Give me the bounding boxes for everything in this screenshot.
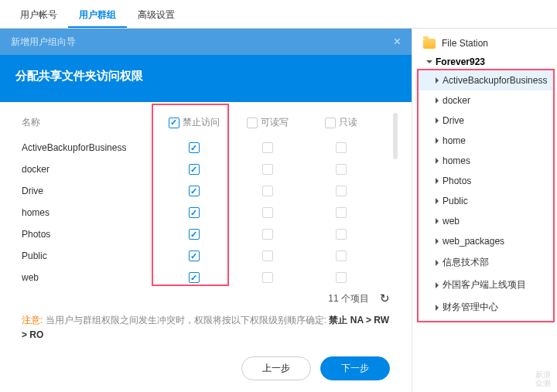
file-station-title: File Station	[442, 38, 488, 49]
chevron-right-icon	[436, 178, 439, 184]
chevron-right-icon	[436, 77, 439, 84]
col-ro: 只读	[339, 116, 357, 129]
table-row: web	[22, 267, 390, 288]
checkbox-ro[interactable]	[336, 207, 347, 218]
chevron-right-icon	[436, 218, 439, 224]
checkbox-rw[interactable]	[262, 251, 273, 261]
col-na: 禁止访问	[183, 116, 220, 129]
chevron-right-icon	[436, 158, 439, 164]
checkbox-rw[interactable]	[262, 272, 273, 283]
checkbox-ro[interactable]	[336, 272, 347, 283]
tree-item[interactable]: 信息技术部	[415, 251, 554, 274]
prev-button[interactable]: 上一步	[241, 356, 311, 380]
tab-advanced[interactable]: 高级设置	[127, 4, 186, 28]
checkbox-ro-all[interactable]	[325, 118, 336, 128]
checkbox-rw[interactable]	[262, 229, 273, 240]
note-text: 当用户与群组权限之间发生冲突时，权限将按以下权限级别顺序确定:	[46, 315, 326, 326]
row-name: Drive	[22, 186, 157, 196]
checkbox-ro[interactable]	[336, 142, 347, 153]
checkbox-na[interactable]	[189, 207, 200, 218]
chevron-right-icon	[436, 305, 439, 311]
checkbox-ro[interactable]	[336, 229, 347, 240]
col-name: 名称	[22, 116, 157, 129]
tree-item[interactable]: Drive	[415, 111, 554, 131]
tab-account[interactable]: 用户帐号	[9, 4, 68, 28]
tree-item[interactable]: 外国客户端上线项目	[415, 274, 554, 296]
watermark: 新浪众测	[535, 370, 551, 387]
row-name: Photos	[22, 229, 157, 240]
tree-item[interactable]: docker	[415, 90, 554, 111]
folder-icon	[423, 39, 436, 49]
checkbox-ro[interactable]	[336, 186, 347, 196]
chevron-right-icon	[436, 238, 439, 244]
row-name: web	[22, 272, 157, 283]
chevron-right-icon	[436, 138, 439, 144]
tree-item[interactable]: home	[415, 131, 554, 151]
table-row: homes	[22, 202, 390, 223]
refresh-icon[interactable]: ↻	[380, 291, 390, 305]
checkbox-rw[interactable]	[262, 164, 273, 175]
checkbox-ro[interactable]	[336, 164, 347, 175]
table-row: docker	[22, 159, 390, 180]
checkbox-na[interactable]	[189, 229, 200, 240]
row-name: ActiveBackupforBusiness	[22, 142, 157, 153]
row-name: docker	[22, 164, 157, 175]
table-row: Photos	[22, 223, 390, 245]
note-label: 注意:	[22, 315, 43, 326]
chevron-right-icon	[436, 260, 439, 266]
row-name: Public	[22, 251, 157, 261]
tree-item[interactable]: ActiveBackupforBusiness	[415, 70, 554, 90]
col-rw: 可读写	[261, 116, 289, 129]
tree-item[interactable]: Public	[415, 191, 554, 211]
tree-item[interactable]: web_packages	[415, 231, 554, 251]
chevron-right-icon	[436, 282, 439, 288]
wizard-title: 新增用户组向导	[11, 36, 76, 49]
checkbox-rw[interactable]	[262, 186, 273, 196]
checkbox-na[interactable]	[189, 251, 200, 261]
tree-item[interactable]: 财务管理中心	[415, 296, 554, 319]
checkbox-rw-all[interactable]	[247, 118, 258, 128]
tree-item[interactable]: web	[415, 211, 554, 231]
tab-group[interactable]: 用户群组	[68, 4, 127, 28]
checkbox-na[interactable]	[189, 186, 200, 196]
scrollbar[interactable]	[393, 113, 398, 159]
table-row: ActiveBackupforBusiness	[22, 137, 390, 159]
checkbox-na[interactable]	[189, 142, 200, 153]
close-icon[interactable]: ×	[394, 35, 401, 49]
tree-item[interactable]: Photos	[415, 171, 554, 191]
tree-item[interactable]: homes	[415, 151, 554, 171]
table-row: Drive	[22, 180, 390, 202]
checkbox-rw[interactable]	[262, 207, 273, 218]
chevron-right-icon	[436, 198, 439, 204]
item-count: 11 个项目	[328, 292, 369, 305]
next-button[interactable]: 下一步	[320, 356, 390, 380]
table-row: Public	[22, 245, 390, 267]
checkbox-na[interactable]	[189, 164, 200, 175]
row-name: homes	[22, 207, 157, 218]
checkbox-rw[interactable]	[262, 142, 273, 153]
checkbox-ro[interactable]	[336, 251, 347, 261]
checkbox-na[interactable]	[189, 272, 200, 283]
checkbox-na-all[interactable]	[169, 118, 179, 128]
chevron-down-icon	[426, 60, 432, 63]
chevron-right-icon	[436, 118, 439, 124]
tree-root[interactable]: Forever923	[415, 53, 554, 70]
page-title: 分配共享文件夹访问权限	[0, 55, 412, 102]
chevron-right-icon	[436, 97, 439, 104]
